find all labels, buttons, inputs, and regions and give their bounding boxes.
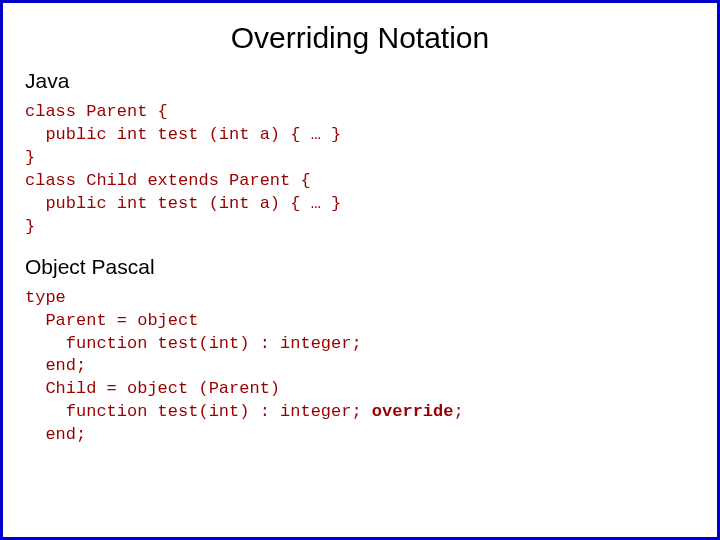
java-section-label: Java — [25, 69, 695, 93]
java-code-block: class Parent { public int test (int a) {… — [25, 101, 695, 239]
slide-title: Overriding Notation — [25, 21, 695, 55]
pascal-line-6a: function test(int) : integer; — [25, 402, 372, 421]
pascal-line-4: end; — [25, 356, 86, 375]
pascal-code-block: type Parent = object function test(int) … — [25, 287, 695, 448]
pascal-line-3: function test(int) : integer; — [25, 334, 362, 353]
pascal-line-5: Child = object (Parent) — [25, 379, 280, 398]
pascal-line-2: Parent = object — [25, 311, 198, 330]
pascal-line-6b: ; — [453, 402, 463, 421]
pascal-section-label: Object Pascal — [25, 255, 695, 279]
override-keyword: override — [372, 402, 454, 421]
pascal-line-1: type — [25, 288, 66, 307]
pascal-line-7: end; — [25, 425, 86, 444]
slide-frame: Overriding Notation Java class Parent { … — [0, 0, 720, 540]
